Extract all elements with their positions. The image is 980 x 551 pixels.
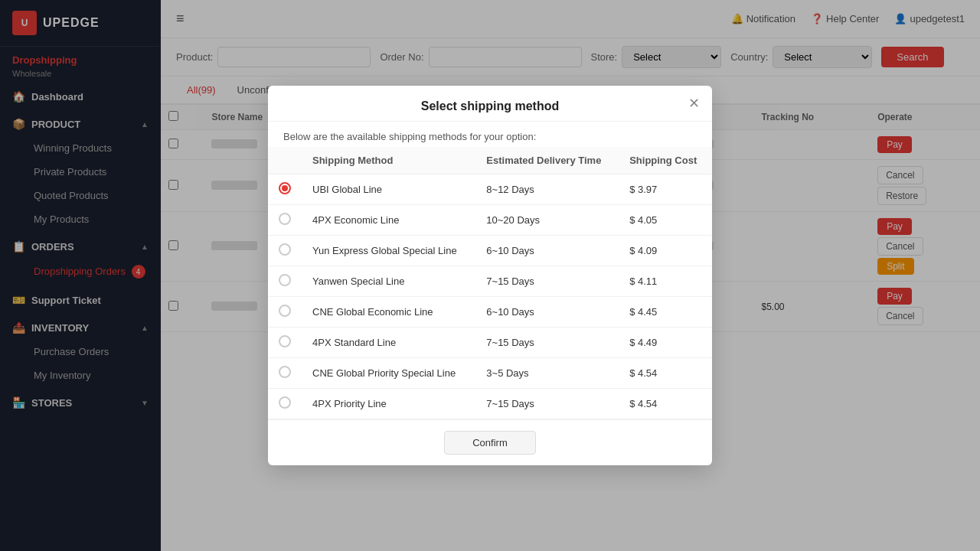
shipping-method-name: Yun Express Global Special Line [302,236,475,266]
shipping-cost-value: $ 4.54 [619,389,712,419]
shipping-radio-button[interactable] [279,305,291,317]
shipping-cost-value: $ 4.09 [619,236,712,266]
shipping-radio-cell[interactable] [268,358,302,389]
shipping-radio-cell[interactable] [268,266,302,297]
shipping-method-row[interactable]: UBI Global Line 8~12 Days $ 3.97 [268,174,712,205]
shipping-radio-cell[interactable] [268,389,302,419]
shipping-method-name: 4PX Standard Line [302,328,475,358]
shipping-radio-cell[interactable] [268,297,302,328]
shipping-cost-value: $ 4.54 [619,358,712,389]
shipping-method-name: 4PX Economic Line [302,205,475,236]
shipping-cost-value: $ 4.45 [619,297,712,328]
shipping-delivery-time: 7~15 Days [475,328,619,358]
modal-header: Select shipping method ✕ [268,86,712,122]
shipping-radio-button[interactable] [279,274,291,286]
shipping-methods-table: Shipping Method Estimated Delivery Time … [268,147,712,419]
shipping-method-row[interactable]: 4PX Standard Line 7~15 Days $ 4.49 [268,328,712,358]
shipping-cost-value: $ 3.97 [619,174,712,205]
modal-subtitle: Below are the available shipping methods… [268,122,712,147]
shipping-method-modal: Select shipping method ✕ Below are the a… [268,86,712,465]
shipping-cost-value: $ 4.11 [619,266,712,297]
shipping-radio-cell[interactable] [268,328,302,358]
shipping-delivery-time: 7~15 Days [475,266,619,297]
shipping-radio-button[interactable] [279,396,291,409]
modal-title: Select shipping method [421,99,559,113]
shipping-radio-button[interactable] [279,213,291,225]
shipping-method-row[interactable]: CNE Global Priority Special Line 3~5 Day… [268,358,712,389]
shipping-method-name: 4PX Priority Line [302,389,475,419]
col-delivery-time: Estimated Delivery Time [475,147,619,174]
col-shipping-method: Shipping Method [302,147,475,174]
shipping-method-row[interactable]: Yun Express Global Special Line 6~10 Day… [268,236,712,266]
modal-close-button[interactable]: ✕ [688,95,700,112]
shipping-method-row[interactable]: Yanwen Special Line 7~15 Days $ 4.11 [268,266,712,297]
confirm-button[interactable]: Confirm [444,431,536,455]
shipping-method-name: UBI Global Line [302,174,475,205]
shipping-delivery-time: 8~12 Days [475,174,619,205]
shipping-delivery-time: 3~5 Days [475,358,619,389]
shipping-method-name: Yanwen Special Line [302,266,475,297]
shipping-radio-cell[interactable] [268,236,302,266]
modal-footer: Confirm [268,419,712,465]
shipping-radio-button[interactable] [279,335,291,347]
shipping-method-name: CNE Global Priority Special Line [302,358,475,389]
shipping-radio-cell[interactable] [268,205,302,236]
shipping-radio-button[interactable] [279,182,291,194]
shipping-radio-button[interactable] [279,243,291,256]
shipping-delivery-time: 6~10 Days [475,297,619,328]
shipping-delivery-time: 6~10 Days [475,236,619,266]
modal-overlay[interactable]: Select shipping method ✕ Below are the a… [0,0,980,551]
shipping-method-row[interactable]: CNE Global Economic Line 6~10 Days $ 4.4… [268,297,712,328]
col-shipping-cost: Shipping Cost [619,147,712,174]
shipping-cost-value: $ 4.49 [619,328,712,358]
shipping-delivery-time: 7~15 Days [475,389,619,419]
shipping-radio-button[interactable] [279,366,291,378]
shipping-method-name: CNE Global Economic Line [302,297,475,328]
shipping-delivery-time: 10~20 Days [475,205,619,236]
shipping-method-row[interactable]: 4PX Economic Line 10~20 Days $ 4.05 [268,205,712,236]
shipping-method-row[interactable]: 4PX Priority Line 7~15 Days $ 4.54 [268,389,712,419]
shipping-radio-cell[interactable] [268,174,302,205]
shipping-cost-value: $ 4.05 [619,205,712,236]
col-select [268,147,302,174]
